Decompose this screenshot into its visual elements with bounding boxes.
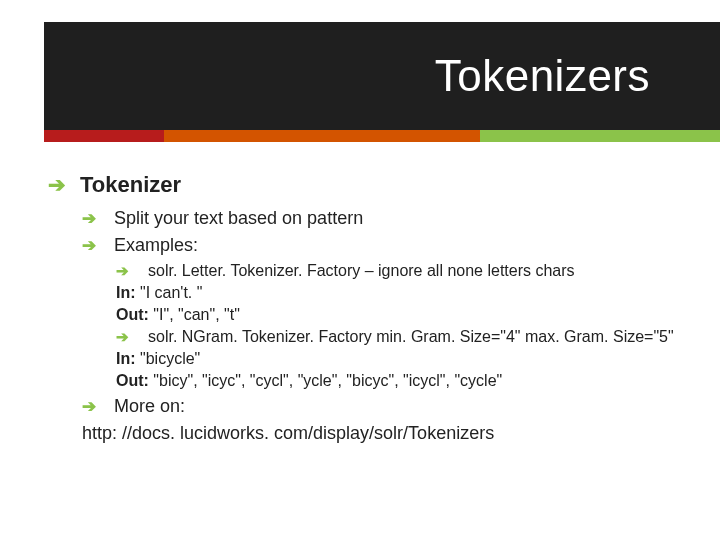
label: Out: xyxy=(116,306,149,323)
bullet-lvl2-examples: ➔ Examples: xyxy=(82,235,682,256)
arrow-icon: ➔ xyxy=(82,235,98,256)
example-out-2: Out: "bicy", "icyc", "cycl", "ycle", "bi… xyxy=(116,372,682,390)
slide-title: Tokenizers xyxy=(435,51,650,101)
stripe-orange xyxy=(164,130,480,142)
arrow-icon: ➔ xyxy=(116,328,132,346)
bullet-lvl2-split: ➔ Split your text based on pattern xyxy=(82,208,682,229)
bullet-lvl1-tokenizer: ➔ Tokenizer xyxy=(48,172,682,198)
stripe-green xyxy=(480,130,720,142)
text: Examples: xyxy=(114,235,198,256)
example-in-1: In: "I can't. " xyxy=(116,284,682,302)
text: Split your text based on pattern xyxy=(114,208,363,229)
title-bar: Tokenizers xyxy=(44,22,720,130)
example-out-1: Out: "I", "can", "t" xyxy=(116,306,682,324)
text: solr. Letter. Tokenizer. Factory – ignor… xyxy=(148,262,575,280)
title-banner: Tokenizers xyxy=(0,22,720,142)
value: "bicycle" xyxy=(136,350,201,367)
content-body: ➔ Tokenizer ➔ Split your text based on p… xyxy=(48,168,682,444)
label: In: xyxy=(116,350,136,367)
stripe-red xyxy=(44,130,164,142)
bullet-lvl3-ngram-factory: ➔ solr. NGram. Tokenizer. Factory min. G… xyxy=(116,328,682,346)
value: "I", "can", "t" xyxy=(149,306,240,323)
arrow-icon: ➔ xyxy=(116,262,132,280)
accent-stripes xyxy=(44,130,720,142)
text: More on: xyxy=(114,396,185,417)
example-in-2: In: "bicycle" xyxy=(116,350,682,368)
label: In: xyxy=(116,284,136,301)
arrow-icon: ➔ xyxy=(82,396,98,417)
more-link: http: //docs. lucidworks. com/display/so… xyxy=(82,423,682,444)
text: solr. NGram. Tokenizer. Factory min. Gra… xyxy=(148,328,674,346)
text: Tokenizer xyxy=(80,172,181,198)
slide: Tokenizers ➔ Tokenizer ➔ Split your text… xyxy=(0,0,720,540)
arrow-icon: ➔ xyxy=(48,173,64,197)
label: Out: xyxy=(116,372,149,389)
value: "bicy", "icyc", "cycl", "ycle", "bicyc",… xyxy=(149,372,502,389)
value: "I can't. " xyxy=(136,284,203,301)
arrow-icon: ➔ xyxy=(82,208,98,229)
bullet-lvl3-letter-factory: ➔ solr. Letter. Tokenizer. Factory – ign… xyxy=(116,262,682,280)
bullet-lvl2-more: ➔ More on: xyxy=(82,396,682,417)
